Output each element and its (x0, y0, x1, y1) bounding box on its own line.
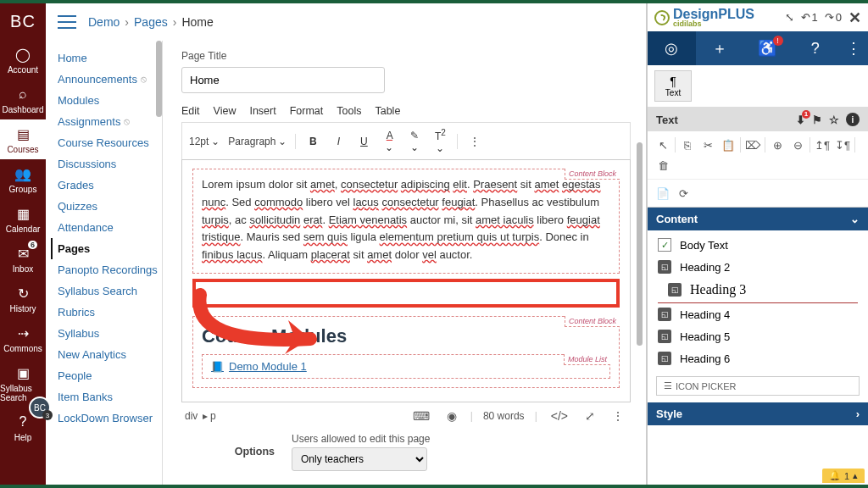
highlighted-insertion-point[interactable] (192, 279, 620, 308)
expand-out-icon[interactable]: ⊕ (767, 135, 787, 155)
highlight-button[interactable]: ✎ ⌄ (406, 130, 423, 153)
content-item-heading-5[interactable]: ◱Heading 5 (648, 325, 868, 347)
coursenav-assignments[interactable]: Assignments⦸ (58, 111, 162, 132)
body-paragraph[interactable]: Lorem ipsum dolor sit amet, consectetur … (202, 176, 610, 264)
page-title-input[interactable] (181, 67, 385, 93)
coursenav-grades[interactable]: Grades (58, 175, 162, 196)
file-icon[interactable]: 📄 (653, 183, 673, 203)
coursenav-home[interactable]: Home (58, 47, 162, 69)
undo-button[interactable]: ↶1 (801, 11, 818, 24)
coursenav-discussions[interactable]: Discussions (58, 153, 162, 175)
notification-toast[interactable]: 🔔 1 ▴ (822, 469, 865, 483)
tab-add[interactable]: ＋ (696, 31, 744, 65)
scrollbar-thumb[interactable] (156, 41, 162, 117)
content-item-heading-2[interactable]: ◱Heading 2 (648, 256, 868, 278)
copy-icon[interactable]: ⎘ (677, 135, 698, 155)
nav-inbox[interactable]: ✉Inbox6 (0, 239, 46, 279)
icon-picker-button[interactable]: ☰ ICON PICKER (656, 376, 860, 396)
menu-tools[interactable]: Tools (337, 105, 361, 117)
coursenav-announcements[interactable]: Announcements⦸ (58, 69, 162, 90)
coursenav-pages[interactable]: Pages (51, 238, 162, 259)
fullscreen-icon[interactable]: ⤢ (581, 409, 598, 423)
content-block[interactable]: Content Block Course Modules Module List… (192, 316, 620, 388)
coursenav-panopto-recordings[interactable]: Panopto Recordings (58, 259, 162, 280)
nav-commons[interactable]: ⇢Commons (0, 319, 46, 358)
paste-icon[interactable]: 📋 (718, 135, 738, 155)
content-item-heading-3[interactable]: ◱Heading 3 (658, 278, 858, 303)
content-item-heading-4[interactable]: ◱Heading 4 (648, 303, 868, 325)
section-style-header[interactable]: Style› (648, 402, 868, 425)
underline-button[interactable]: U (355, 136, 372, 147)
cut-icon[interactable]: ✂ (698, 135, 718, 155)
bold-button[interactable]: B (304, 136, 321, 147)
text-color-button[interactable]: A ⌄ (381, 130, 398, 153)
nav-dashboard[interactable]: ⌕Dashboard (0, 80, 46, 119)
coursenav-people[interactable]: People (58, 365, 162, 386)
more-button[interactable]: ⋮ (466, 136, 483, 147)
paragraph-style-select[interactable]: Paragraph ⌄ (228, 136, 287, 147)
menu-insert[interactable]: Insert (249, 105, 275, 117)
section-content-header[interactable]: Content⌄ (648, 208, 868, 230)
scrollbar-thumb[interactable] (637, 142, 643, 346)
module-link[interactable]: Demo Module 1 (211, 360, 307, 373)
coursenav-syllabus-search[interactable]: Syllabus Search (58, 280, 162, 302)
font-size-select[interactable]: 12pt ⌄ (189, 136, 220, 147)
expand-icon[interactable]: ⤡ (785, 11, 794, 24)
star-icon[interactable]: ☆ (829, 114, 839, 126)
subtab-text[interactable]: ¶Text (654, 70, 692, 102)
coursenav-item-banks[interactable]: Item Banks (58, 386, 162, 408)
expand-in-icon[interactable]: ⊖ (787, 135, 808, 155)
download-icon[interactable]: ⬇ (796, 114, 805, 126)
crumb-section[interactable]: Pages (134, 15, 168, 29)
coursenav-lockdown-browser[interactable]: LockDown Browser (58, 408, 162, 429)
menu-table[interactable]: Table (375, 105, 400, 117)
section-text-header[interactable]: Text ⬇ ⚑ ☆ i (648, 108, 868, 131)
menu-edit[interactable]: Edit (181, 105, 200, 117)
heading-course-modules[interactable]: Course Modules (202, 325, 610, 347)
content-block[interactable]: Content Block Lorem ipsum dolor sit amet… (192, 169, 620, 274)
nav-calendar[interactable]: ▦Calendar (0, 199, 46, 239)
module-list-block[interactable]: Module List Demo Module 1 (202, 354, 610, 379)
nav-groups[interactable]: 👥Groups (0, 159, 46, 199)
info-icon[interactable]: i (846, 113, 860, 126)
tab-a11y[interactable]: ♿! (743, 31, 792, 65)
content-item-heading-6[interactable]: ◱Heading 6 (648, 347, 868, 369)
nav-account[interactable]: ◯Account (0, 40, 46, 80)
users-allowed-select[interactable]: Only teachers (292, 447, 427, 471)
tab-help[interactable]: ? (792, 31, 840, 65)
coursenav-new-analytics[interactable]: New Analytics (58, 344, 162, 365)
keyboard-icon[interactable]: ⌨ (409, 409, 433, 423)
coursenav-modules[interactable]: Modules (58, 90, 162, 111)
element-path[interactable]: div ▸ p (185, 410, 218, 422)
tab-more[interactable]: ⋮ (839, 31, 868, 65)
coursenav-course-resources[interactable]: Course Resources (58, 132, 162, 153)
more-icon[interactable]: ⋮ (609, 409, 627, 423)
pointer-icon[interactable]: ↖ (653, 135, 673, 155)
italic-button[interactable]: I (330, 136, 347, 147)
a11y-checker-icon[interactable]: ◉ (443, 409, 460, 423)
crumb-course[interactable]: Demo (88, 15, 120, 29)
nav-history[interactable]: ↻History (0, 279, 46, 319)
close-icon[interactable]: ✕ (849, 8, 861, 27)
refresh-icon[interactable]: ⟳ (673, 183, 693, 203)
menu-format[interactable]: Format (290, 105, 324, 117)
rich-content-editor[interactable]: Content Block Lorem ipsum dolor sit amet… (181, 159, 631, 402)
superscript-button[interactable]: T2 ⌄ (431, 128, 448, 154)
coursenav-quizzes[interactable]: Quizzes (58, 196, 162, 217)
coursenav-rubrics[interactable]: Rubrics (58, 302, 162, 323)
html-editor-icon[interactable]: </> (548, 409, 571, 423)
move-up-icon[interactable]: ↥¶ (812, 135, 832, 155)
coursenav-syllabus[interactable]: Syllabus (58, 323, 162, 344)
move-down-icon[interactable]: ↧¶ (832, 135, 853, 155)
clear-format-icon[interactable]: ⌦ (743, 135, 763, 155)
nav-courses[interactable]: ▤Courses (0, 119, 46, 159)
tab-target[interactable]: ◎ (648, 31, 696, 65)
trash-icon[interactable]: 🗑 (653, 155, 673, 175)
hamburger-icon[interactable] (58, 15, 76, 29)
menu-view[interactable]: View (214, 105, 236, 117)
redo-button[interactable]: ↷0 (825, 11, 842, 24)
nav-icon: ⌕ (14, 85, 32, 103)
coursenav-attendance[interactable]: Attendance (58, 217, 162, 238)
puzzle-icon[interactable]: ⚑ (812, 114, 822, 126)
content-item-body-text[interactable]: ✓Body Text (648, 234, 868, 256)
